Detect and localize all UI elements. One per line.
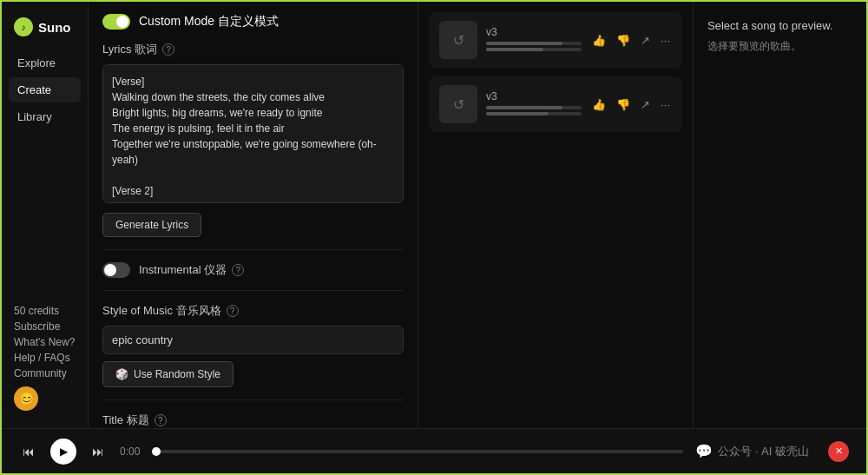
more-button-2[interactable]: ···	[659, 96, 672, 113]
sidebar-footer: 50 credits Subscribe What's New? Help / …	[2, 298, 88, 418]
song-bar-fill-2	[486, 48, 543, 51]
like-button-1[interactable]: 👍	[590, 32, 608, 49]
instrumental-row: Instrumental 仪器 ?	[102, 262, 404, 278]
song-bar-4	[486, 112, 582, 115]
player-dot	[152, 447, 161, 456]
song-bar-fill-4	[486, 112, 549, 115]
logo-icon: ♪	[14, 17, 33, 36]
style-input[interactable]	[102, 326, 404, 354]
more-button-1[interactable]: ···	[659, 32, 672, 49]
song-card-2: ↺ v3 👍 👎 ↗ ···	[429, 76, 682, 132]
whats-new-link[interactable]: What's New?	[14, 336, 76, 348]
prev-button[interactable]: ⏮	[19, 441, 38, 462]
logo: ♪ Suno	[2, 12, 88, 50]
center-panel: Custom Mode 自定义模式 Lyrics 歌词 ? [Verse] Wa…	[89, 2, 418, 428]
style-help-icon[interactable]: ?	[227, 305, 239, 317]
generate-lyrics-button[interactable]: Generate Lyrics	[102, 213, 201, 237]
panel-title: Custom Mode 自定义模式	[139, 14, 279, 30]
sidebar-item-explore[interactable]: Explore	[9, 50, 81, 76]
preview-title: Select a song to preview.	[707, 19, 852, 32]
avatar[interactable]: 😊	[14, 386, 38, 411]
song-actions-1: 👍 👎 ↗ ···	[590, 32, 672, 49]
lyrics-textarea[interactable]: [Verse] Walking down the streets, the ci…	[102, 64, 404, 203]
next-button[interactable]: ⏭	[89, 441, 108, 462]
preview-panel: Select a song to preview. 选择要预览的歌曲。	[693, 2, 866, 428]
instrumental-help-icon[interactable]: ?	[232, 264, 244, 276]
player-time: 0:00	[120, 445, 140, 458]
instrumental-toggle[interactable]	[102, 262, 130, 278]
style-label: Style of Music 音乐风格 ?	[102, 303, 404, 319]
song-bar-fill-3	[486, 106, 562, 109]
bottom-player: ⏮ ▶ ⏭ 0:00 💬 公众号 · AI 破壳山 ✕	[2, 428, 866, 473]
title-help-icon[interactable]: ?	[155, 414, 167, 426]
community-link[interactable]: Community	[14, 367, 76, 379]
song-bar-1	[486, 42, 582, 45]
player-progress[interactable]	[152, 450, 683, 453]
share-button-2[interactable]: ↗	[639, 96, 652, 113]
sidebar-item-library[interactable]: Library	[9, 104, 81, 129]
song-thumb-2: ↺	[439, 85, 477, 123]
song-info-2: v3	[486, 90, 582, 118]
watermark: 💬 公众号 · AI 破壳山	[695, 443, 809, 459]
credits-label: 50 credits	[14, 305, 76, 317]
instrumental-label: Instrumental 仪器 ?	[139, 262, 244, 278]
sidebar-nav: Explore Create Library	[2, 50, 88, 129]
sidebar-item-create[interactable]: Create	[9, 77, 81, 102]
like-button-2[interactable]: 👍	[590, 96, 608, 113]
watermark-text: 公众号 · AI 破壳山	[718, 444, 809, 459]
play-icon-2: ↺	[453, 96, 464, 113]
dislike-button-2[interactable]: 👎	[615, 96, 632, 113]
use-random-style-button[interactable]: 🎲 Use Random Style	[102, 361, 233, 387]
app-name: Suno	[38, 20, 71, 35]
close-button[interactable]: ✕	[828, 441, 849, 462]
song-version-1: v3	[486, 26, 582, 38]
song-bar-2	[486, 48, 582, 51]
help-link[interactable]: Help / FAQs	[14, 352, 76, 364]
play-icon-1: ↺	[453, 32, 464, 49]
divider-3	[102, 399, 404, 400]
preview-subtitle: 选择要预览的歌曲。	[707, 39, 852, 54]
song-version-2: v3	[486, 90, 582, 102]
panel-header: Custom Mode 自定义模式	[102, 14, 404, 30]
divider-1	[102, 249, 404, 250]
song-bar-fill-1	[486, 42, 562, 45]
song-bar-3	[486, 106, 582, 109]
song-list-panel: ↺ v3 👍 👎 ↗ ··· ↺	[418, 2, 693, 428]
wechat-icon: 💬	[695, 443, 713, 459]
play-button[interactable]: ▶	[50, 439, 76, 465]
song-info-1: v3	[486, 26, 582, 54]
song-thumb-1: ↺	[439, 21, 477, 59]
song-actions-2: 👍 👎 ↗ ···	[590, 96, 672, 113]
divider-2	[102, 290, 404, 291]
share-button-1[interactable]: ↗	[639, 32, 652, 49]
song-card-1: ↺ v3 👍 👎 ↗ ···	[429, 12, 682, 68]
lyrics-label: Lyrics 歌词 ?	[102, 42, 404, 57]
sidebar: ♪ Suno Explore Create Library 50 credits…	[2, 2, 89, 428]
lyrics-help-icon[interactable]: ?	[162, 43, 174, 56]
title-label: Title 标题 ?	[102, 412, 404, 428]
custom-mode-toggle[interactable]	[102, 14, 130, 30]
subscribe-link[interactable]: Subscribe	[14, 320, 76, 333]
dislike-button-1[interactable]: 👎	[615, 32, 632, 49]
dice-icon: 🎲	[115, 368, 128, 380]
